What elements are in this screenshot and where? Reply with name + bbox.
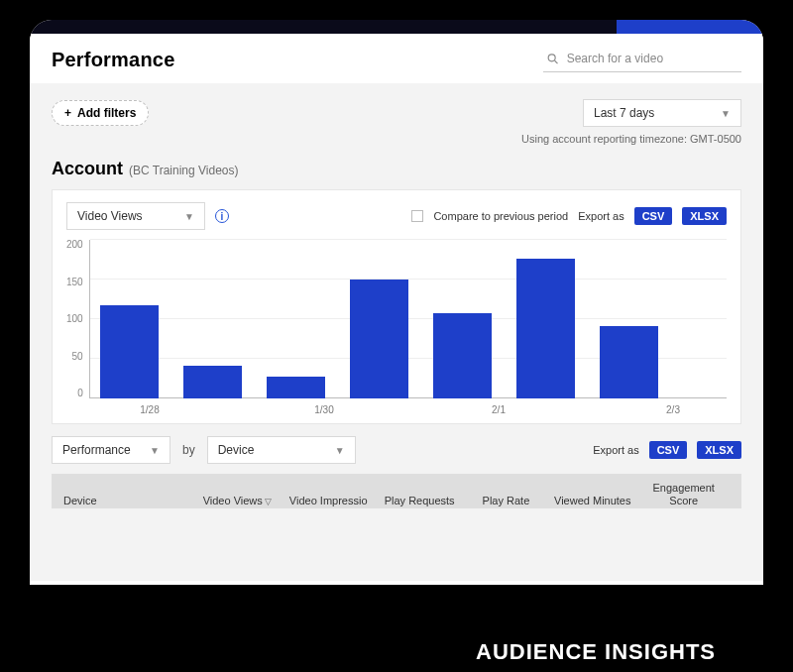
bar[interactable] [600,326,658,398]
bar[interactable] [433,313,492,398]
y-tick: 100 [66,314,83,324]
chart: 200 150 100 50 0 [66,240,727,398]
metric-label: Video Views [77,209,143,223]
x-tick: 1/30 [281,404,368,415]
by-text: by [178,443,199,457]
plot-area [89,240,727,398]
export-label: Export as [578,210,623,222]
x-tick: 1/28 [106,404,193,415]
body: + Add filters Last 7 days ▼ Using accoun… [30,83,763,581]
chevron-down-icon: ▼ [150,445,160,456]
dim1-select[interactable]: Performance ▼ [52,436,170,464]
add-filters-button[interactable]: + Add filters [52,100,149,126]
app-window: Performance + Add filters Last 7 days ▼ … [30,20,763,585]
dim1-label: Performance [62,443,131,457]
page-title: Performance [52,49,174,71]
export-label-2: Export as [593,444,638,456]
metric-select[interactable]: Video Views ▼ [66,202,205,230]
x-tick [193,404,281,415]
y-tick: 0 [77,389,83,398]
account-label: Account [52,159,123,179]
plus-icon: + [64,106,71,120]
bars [100,240,717,398]
bar[interactable] [183,366,242,398]
brand-footer: BRIGHTCOVE AUDIENCE INSIGHTS [306,638,722,666]
account-heading: Account (BC Training Videos) [52,159,741,179]
bar[interactable] [516,259,575,398]
search-icon [547,53,559,65]
col-views[interactable]: Video Views▽ [196,495,279,507]
col-viewed-minutes[interactable]: Viewed Minutes [551,495,633,507]
date-range-select[interactable]: Last 7 days ▼ [583,99,741,127]
col-play-rate[interactable]: Play Rate [465,495,547,507]
dim2-select[interactable]: Device ▼ [207,436,356,464]
x-tick: 2/1 [455,404,542,415]
sort-desc-icon: ▽ [265,497,272,506]
col-play-requests[interactable]: Play Requests [378,495,460,507]
chart-card: Video Views ▼ i Compare to previous peri… [52,189,741,424]
chevron-down-icon: ▼ [335,445,345,456]
search-field[interactable] [543,48,741,72]
bar[interactable] [100,305,159,398]
y-axis: 200 150 100 50 0 [66,240,89,398]
brand-word-2: AUDIENCE INSIGHTS [470,638,722,666]
y-tick: 50 [72,352,83,362]
col-device[interactable]: Device [63,495,192,507]
chevron-down-icon: ▼ [721,108,731,119]
date-range-label: Last 7 days [594,106,654,120]
bar[interactable] [350,280,408,398]
header: Performance [30,34,763,83]
timezone-text: Using account reporting timezone: GMT-05… [52,133,741,145]
export-csv-button[interactable]: CSV [634,207,673,225]
col-impressions[interactable]: Video Impressio [283,495,375,507]
breakdown-controls: Performance ▼ by Device ▼ Export as CSV … [52,436,741,464]
compare-label: Compare to previous period [433,210,568,222]
x-tick [542,404,629,415]
y-tick: 150 [66,278,83,287]
chevron-down-icon: ▼ [184,211,194,222]
bar[interactable] [267,377,325,398]
window-accent [30,20,763,34]
export-csv-button-2[interactable]: CSV [649,441,688,459]
x-tick [368,404,455,415]
export-xlsx-button-2[interactable]: XLSX [697,441,741,459]
account-sub: (BC Training Videos) [129,164,239,177]
col-engagement[interactable]: Engagement Score [637,482,730,506]
compare-checkbox[interactable] [411,210,423,222]
svg-point-0 [548,54,555,60]
y-tick: 200 [66,240,83,250]
dim2-label: Device [218,443,255,457]
info-icon[interactable]: i [215,209,229,223]
export-xlsx-button[interactable]: XLSX [682,207,727,225]
x-axis: 1/28 1/30 2/1 2/3 [96,398,727,415]
svg-line-1 [555,60,558,63]
x-tick: 2/3 [629,404,717,415]
table-header: Device Video Views▽ Video Impressio Play… [52,474,741,508]
search-input[interactable] [567,52,737,65]
brand-word-1: BRIGHTCOVE [306,639,462,665]
add-filters-label: Add filters [77,106,136,120]
